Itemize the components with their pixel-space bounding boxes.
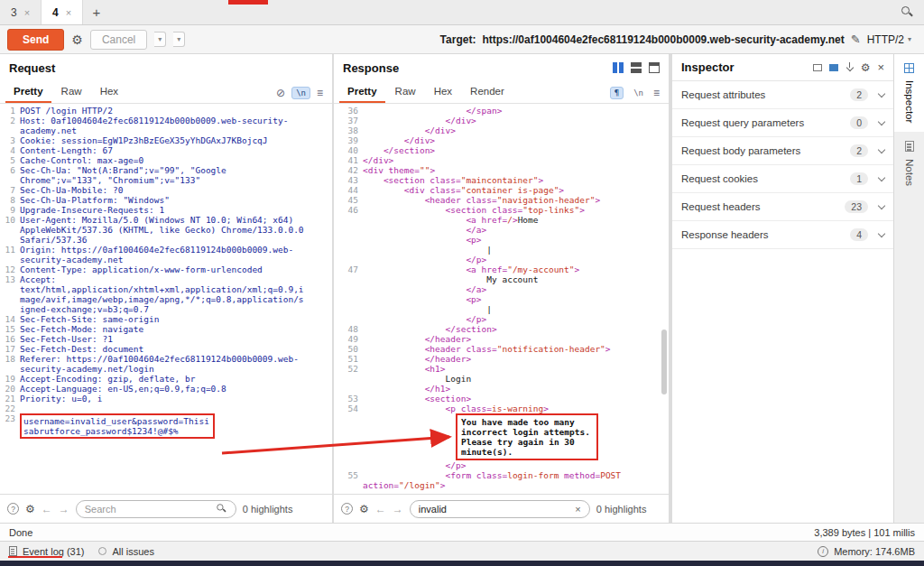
request-line[interactable]: 10User-Agent: Mozilla/5.0 (Windows NT 10… bbox=[0, 215, 332, 245]
response-line[interactable]: | bbox=[334, 304, 669, 314]
layout-tabs-icon[interactable] bbox=[649, 62, 660, 73]
response-line[interactable]: 43 <section class="maincontainer"> bbox=[334, 175, 669, 185]
response-line[interactable]: 45 <header class="navigation-header"> bbox=[334, 195, 669, 205]
response-line[interactable]: My account bbox=[334, 274, 669, 284]
response-line[interactable]: 48 </section> bbox=[334, 324, 669, 334]
inspector-settings-gear-icon[interactable]: ⚙ bbox=[861, 62, 871, 73]
inspector-section-request-query-parameters[interactable]: Request query parameters0 bbox=[672, 109, 893, 137]
response-line[interactable]: 36 </span> bbox=[334, 106, 669, 116]
response-search-input[interactable]: invalid × bbox=[410, 500, 590, 518]
response-line[interactable]: 44 <div class="container is-page"> bbox=[334, 185, 669, 195]
send-button[interactable]: Send bbox=[7, 29, 64, 51]
request-line[interactable]: 21Priority: u=0, i bbox=[0, 394, 332, 404]
collapse-all-icon[interactable] bbox=[845, 62, 854, 72]
close-inspector-icon[interactable]: × bbox=[877, 61, 884, 73]
response-scrollbar[interactable] bbox=[661, 329, 667, 394]
gear-icon[interactable]: ⚙ bbox=[71, 33, 83, 46]
response-line[interactable]: 55 <form class=login-form method=POST ac… bbox=[334, 470, 669, 490]
side-tab-inspector[interactable]: Inspector bbox=[894, 54, 924, 132]
close-tab-icon[interactable]: × bbox=[66, 7, 71, 18]
response-line[interactable]: 42<div theme=""> bbox=[334, 165, 669, 175]
all-issues-button[interactable]: All issues bbox=[98, 546, 153, 557]
editor-menu-icon[interactable]: ≡ bbox=[653, 88, 660, 98]
request-line[interactable]: 5Cache-Control: max-age=0 bbox=[0, 155, 332, 165]
inspector-section-request-headers[interactable]: Request headers23 bbox=[672, 193, 893, 221]
hide-nonprintable-icon[interactable]: ⊘ bbox=[276, 88, 285, 98]
response-line[interactable]: 41</div> bbox=[334, 155, 669, 165]
request-line[interactable]: 7Sec-Ch-Ua-Mobile: ?0 bbox=[0, 185, 332, 195]
response-line[interactable]: 46 <section class="top-links"> bbox=[334, 205, 669, 215]
next-match-icon[interactable]: → bbox=[59, 504, 69, 515]
request-line[interactable]: 13Accept: text/html,application/xhtml+xm… bbox=[0, 274, 332, 314]
next-match-icon[interactable]: → bbox=[393, 504, 403, 515]
response-line[interactable]: 54 <p class=is-warning> bbox=[334, 404, 669, 413]
request-line[interactable]: 17Sec-Fetch-Dest: document bbox=[0, 344, 332, 354]
response-line[interactable]: 53 <section> bbox=[334, 394, 669, 404]
inspector-section-response-headers[interactable]: Response headers4 bbox=[672, 221, 893, 249]
inspector-section-request-attributes[interactable]: Request attributes2 bbox=[672, 81, 893, 109]
layout-columns-icon[interactable] bbox=[613, 62, 624, 73]
request-line[interactable]: 9Upgrade-Insecure-Requests: 1 bbox=[0, 205, 332, 215]
response-line[interactable]: 51 </header> bbox=[334, 354, 669, 364]
request-line[interactable]: 18Referer: https://0af1004604e2fec681191… bbox=[0, 354, 332, 374]
prev-match-icon[interactable]: ← bbox=[42, 504, 52, 515]
request-line[interactable]: 4Content-Length: 67 bbox=[0, 145, 332, 155]
pretty-print-icon[interactable]: ¶ bbox=[610, 87, 624, 99]
new-tab-button[interactable]: + bbox=[83, 0, 110, 24]
response-line[interactable]: Login bbox=[334, 374, 669, 384]
request-tab-hex[interactable]: Hex bbox=[92, 82, 126, 103]
request-tab-pretty[interactable]: Pretty bbox=[5, 82, 51, 103]
forward-history-dropdown[interactable]: ▾ bbox=[173, 32, 185, 47]
request-line[interactable]: 2Host: 0af1004604e2fec68119124b000b0009.… bbox=[0, 116, 332, 135]
help-icon[interactable]: ? bbox=[341, 503, 353, 515]
layout-rows-icon[interactable] bbox=[631, 62, 642, 73]
response-line[interactable]: | bbox=[334, 245, 669, 255]
request-line[interactable]: 12Content-Type: application/x-www-form-u… bbox=[0, 264, 332, 274]
response-line[interactable]: <p> bbox=[334, 235, 669, 245]
response-line[interactable]: </p> bbox=[334, 314, 669, 324]
response-line[interactable]: </a> bbox=[334, 284, 669, 294]
request-search-input[interactable]: Search bbox=[76, 500, 236, 518]
show-newlines-icon[interactable]: \n bbox=[630, 88, 647, 98]
search-settings-gear-icon[interactable]: ⚙ bbox=[359, 504, 369, 515]
response-editor[interactable]: 36 </span>37 </div>38 </div>39 </div>40 … bbox=[334, 104, 669, 494]
repeater-tab-4[interactable]: 4× bbox=[42, 0, 83, 24]
response-line[interactable]: 38 </div> bbox=[334, 125, 669, 135]
response-line[interactable]: 37 </div> bbox=[334, 116, 669, 125]
response-tab-render[interactable]: Render bbox=[462, 82, 513, 103]
response-line[interactable]: 47 <a href="/my-account"> bbox=[334, 264, 669, 274]
response-line[interactable]: </h1> bbox=[334, 384, 669, 394]
edit-target-icon[interactable]: ✎ bbox=[851, 32, 861, 46]
response-line[interactable]: 39 </div> bbox=[334, 135, 669, 145]
search-settings-gear-icon[interactable]: ⚙ bbox=[25, 504, 35, 515]
response-line[interactable]: 50 <header class="notification-header"> bbox=[334, 344, 669, 354]
dock-right-icon[interactable] bbox=[813, 64, 822, 71]
request-line[interactable]: 19Accept-Encoding: gzip, deflate, br bbox=[0, 374, 332, 384]
request-line[interactable]: 11Origin: https://0af1004604e2fec6811912… bbox=[0, 245, 332, 264]
request-line[interactable]: 16Sec-Fetch-User: ?1 bbox=[0, 334, 332, 344]
request-line[interactable]: 14Sec-Fetch-Site: same-origin bbox=[0, 314, 332, 324]
response-line[interactable]: 49 </header> bbox=[334, 334, 669, 344]
request-line[interactable]: 3Cookie: session=EgW1Pz3hBzEGeX35yYhDGAx… bbox=[0, 135, 332, 145]
prev-match-icon[interactable]: ← bbox=[375, 504, 386, 515]
response-tab-pretty[interactable]: Pretty bbox=[339, 82, 385, 103]
response-tab-hex[interactable]: Hex bbox=[426, 82, 460, 103]
close-tab-icon[interactable]: × bbox=[24, 7, 30, 18]
editor-menu-icon[interactable]: ≡ bbox=[317, 88, 323, 98]
repeater-tab-3[interactable]: 3× bbox=[0, 0, 42, 24]
response-line[interactable]: <p> bbox=[334, 294, 669, 304]
dock-right-selected-icon[interactable] bbox=[829, 64, 838, 71]
inspector-section-request-body-parameters[interactable]: Request body parameters2 bbox=[672, 137, 893, 165]
request-line[interactable]: 22 bbox=[0, 404, 332, 413]
response-line[interactable]: </p> bbox=[334, 460, 669, 470]
request-line[interactable]: 23username=invalid_user&password=Thisisa… bbox=[0, 413, 332, 439]
request-editor[interactable]: 1POST /login HTTP/22Host: 0af1004604e2fe… bbox=[0, 104, 332, 494]
request-tab-raw[interactable]: Raw bbox=[53, 82, 90, 103]
clear-search-icon[interactable]: × bbox=[575, 504, 580, 515]
event-log-button[interactable]: Event log (31) bbox=[9, 546, 84, 557]
cancel-button[interactable]: Cancel bbox=[90, 30, 147, 50]
request-line[interactable]: 6Sec-Ch-Ua: "Not(A:Brand";v="99", "Googl… bbox=[0, 165, 332, 185]
response-line[interactable]: You have made too many incorrect login a… bbox=[334, 413, 669, 460]
response-line[interactable]: </a> bbox=[334, 225, 669, 235]
request-line[interactable]: 8Sec-Ch-Ua-Platform: "Windows" bbox=[0, 195, 332, 205]
